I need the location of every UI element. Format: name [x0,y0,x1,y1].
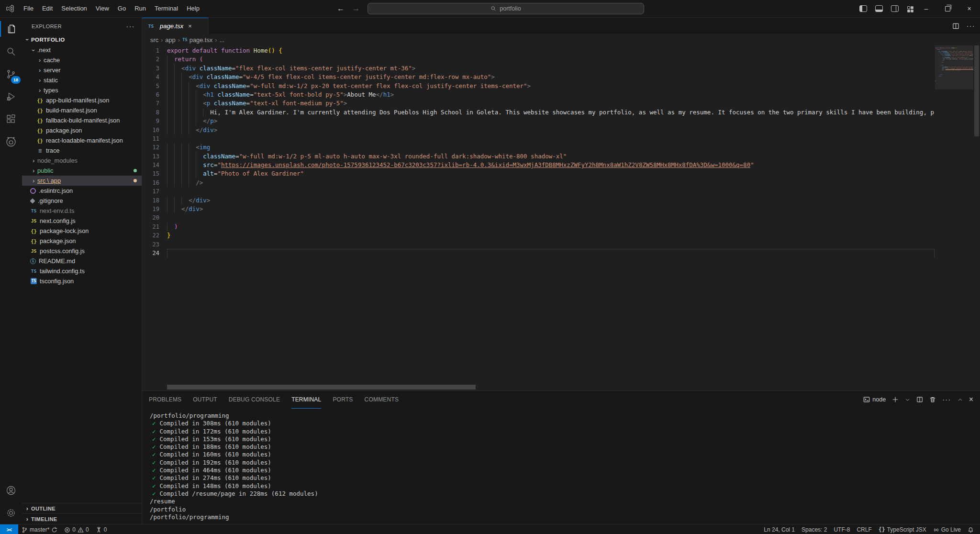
line-number[interactable]: 7 [142,99,167,108]
menu-view[interactable]: View [91,2,113,15]
line-number[interactable]: 8 [142,108,167,117]
code-line-20[interactable]: 20 [142,213,935,222]
code-line-21[interactable]: 21 ) [142,222,935,231]
tree-item-package-json[interactable]: {}package.json [22,236,142,246]
customize-layout-icon[interactable] [907,6,914,12]
tree-item-package-lock-json[interactable]: {}package-lock.json [22,226,142,236]
panel-tab-problems[interactable]: PROBLEMS [149,391,181,409]
close-panel-icon[interactable]: × [969,395,973,404]
forward-arrow-icon[interactable]: → [352,4,360,13]
restore-button[interactable] [937,0,958,17]
cursor-position[interactable]: Ln 24, Col 1 [760,524,798,534]
code-line-22[interactable]: 22} [142,231,935,240]
code-line-6[interactable]: 6 <h1 className="text-5xl font-bold py-5… [142,90,935,99]
code-line-8[interactable]: 8 Hi, I'm Alex Gardiner. I'm currently a… [142,108,935,117]
notifications[interactable] [964,524,977,534]
section-outline[interactable]: ›OUTLINE [22,503,142,513]
minimap[interactable]: export default function Home() { return … [935,47,973,85]
line-number[interactable]: 4 [142,73,167,81]
menu-terminal[interactable]: Terminal [150,2,182,15]
kill-terminal-icon[interactable] [929,396,936,403]
tree-item-public[interactable]: ›public [22,166,142,176]
line-number[interactable]: 14 [142,161,167,169]
tree-item-types[interactable]: ›types [22,85,142,95]
panel-tab-comments[interactable]: COMMENTS [365,391,399,409]
line-number[interactable]: 18 [142,196,167,205]
split-editor-icon[interactable] [952,22,959,30]
eol[interactable]: CRLF [853,524,875,534]
tree-item-package-json[interactable]: {}package.json [22,125,142,135]
tree-item-src-app[interactable]: ›src \ app [22,176,142,186]
tree-item-tsconfig-json[interactable]: TStsconfig.json [22,276,142,286]
terminal-dropdown-icon[interactable] [905,397,910,402]
code-line-17[interactable]: 17 [142,187,935,196]
code-line-5[interactable]: 5 <div className="w-full md:w-1/2 px-20 … [142,82,935,90]
search-sidebar-icon[interactable] [0,40,22,63]
menu-edit[interactable]: Edit [38,2,57,15]
line-number[interactable]: 24 [142,249,167,257]
settings-gear-icon[interactable] [0,501,22,524]
code-line-16[interactable]: 16 /> [142,178,935,187]
tree-item-tailwind-config-ts[interactable]: TStailwind.config.ts [22,266,142,276]
tab-page-tsx[interactable]: TS page.tsx × [142,18,209,34]
code-line-9[interactable]: 9 </p> [142,117,935,125]
tree-item-next-env-d-ts[interactable]: TSnext-env.d.ts [22,206,142,216]
tree-item-build-manifest-json[interactable]: {}build-manifest.json [22,105,142,115]
tree-item-server[interactable]: ›server [22,65,142,75]
github-icon[interactable] [0,130,22,153]
terminal-instance[interactable]: node [863,396,886,403]
line-number[interactable]: 1 [142,46,167,55]
code-line-15[interactable]: 15 alt="Photo of Alex Gardiner" [142,169,935,178]
breadcrumb-item-app[interactable]: app [165,36,175,44]
tree-item-readme-md[interactable]: iREADME.md [22,256,142,266]
tree-item-fallback-build-manifest-json[interactable]: {}fallback-build-manifest.json [22,115,142,125]
code-line-11[interactable]: 11 [142,134,935,143]
editor-more-actions-icon[interactable]: ··· [967,22,976,30]
line-number[interactable]: 2 [142,55,167,64]
run-debug-icon[interactable] [0,85,22,108]
menu-file[interactable]: File [19,2,38,15]
line-number[interactable]: 22 [142,231,167,240]
code-line-18[interactable]: 18 </div> [142,196,935,205]
line-number[interactable]: 10 [142,126,167,134]
line-number[interactable]: 6 [142,90,167,99]
source-control-icon[interactable]: 18 [0,63,22,85]
vertical-scrollbar[interactable] [973,45,980,390]
line-number[interactable]: 9 [142,117,167,125]
menu-help[interactable]: Help [182,2,204,15]
line-number[interactable]: 15 [142,169,167,178]
tab-close-icon[interactable]: × [188,22,192,30]
split-terminal-icon[interactable] [916,396,923,403]
explorer-icon[interactable] [0,18,22,40]
panel-more-actions-icon[interactable]: ··· [942,396,951,403]
remote-indicator[interactable]: >< [0,524,18,534]
line-number[interactable]: 3 [142,64,167,73]
code-line-19[interactable]: 19 </div> [142,205,935,213]
ports-forwarded[interactable]: 0 [92,524,111,534]
tree-item-node-modules[interactable]: ›node_modules [22,156,142,166]
toggle-secondary-sidebar-icon[interactable] [891,5,899,12]
extensions-icon[interactable] [0,108,22,130]
line-number[interactable]: 19 [142,205,167,213]
language-mode[interactable]: {}TypeScript JSX [875,524,930,534]
encoding[interactable]: UTF-8 [830,524,853,534]
problems[interactable]: 00 [61,524,92,534]
code-line-24[interactable]: 24 [142,249,935,257]
maximize-panel-icon[interactable] [958,397,963,402]
tree-item-next[interactable]: ›.next [22,45,142,55]
git-branch[interactable]: master* [18,524,61,534]
tree-item-trace[interactable]: ≡trace [22,145,142,156]
go-live[interactable]: Go Live [930,524,964,534]
breadcrumb-item-page-tsx[interactable]: TSpage.tsx [182,36,212,44]
section-timeline[interactable]: ›TIMELINE [22,513,142,524]
command-center-search[interactable]: portfolio [368,3,644,14]
panel-tab-output[interactable]: OUTPUT [193,391,217,409]
close-button[interactable]: × [958,0,980,17]
tree-item-app-build-manifest-json[interactable]: {}app-build-manifest.json [22,95,142,105]
code-line-2[interactable]: 2 return ( [142,55,935,64]
line-number[interactable]: 5 [142,82,167,90]
tree-item-gitignore[interactable]: .gitignore [22,196,142,206]
tree-item-static[interactable]: ›static [22,75,142,85]
code-line-12[interactable]: 12 <img [142,143,935,152]
tree-item-react-loadable-manifest-json[interactable]: {}react-loadable-manifest.json [22,135,142,145]
